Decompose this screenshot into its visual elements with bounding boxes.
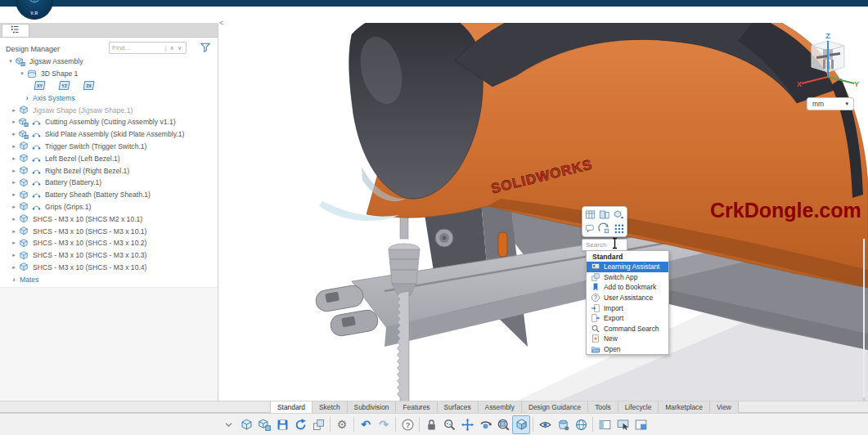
- expanded-arrow-icon[interactable]: ▾: [7, 58, 15, 65]
- sync-button[interactable]: [291, 415, 309, 434]
- compass-logo[interactable]: V.R: [16, 0, 53, 20]
- tree-item-axis-systems[interactable]: ›Axis Systems: [0, 92, 216, 104]
- collapsed-arrow-icon[interactable]: ▸: [10, 107, 18, 114]
- view-cube-button[interactable]: [512, 415, 530, 434]
- part-button[interactable]: [237, 415, 255, 434]
- view-orientation-triad[interactable]: Z X Y: [792, 31, 862, 100]
- filter-funnel-icon[interactable]: [199, 41, 212, 54]
- menu-item-switch-app[interactable]: Switch App: [587, 272, 668, 283]
- tree-item-jigsaw-shape[interactable]: ▸Jigsaw Shape (Jigsaw Shape.1): [0, 104, 216, 116]
- tree-item-mates[interactable]: ›Mates: [0, 273, 216, 285]
- measure-icon[interactable]: [598, 222, 610, 235]
- find-input[interactable]: Find... | ∧ ∨: [109, 42, 187, 54]
- menu-item-export[interactable]: Export: [587, 313, 668, 324]
- pan-button[interactable]: [458, 415, 476, 434]
- tree-item-battery[interactable]: ▸Battery (Battery.1): [0, 177, 216, 189]
- rotate-button[interactable]: [476, 415, 494, 434]
- lock-button[interactable]: [422, 415, 440, 434]
- panel-grid-button[interactable]: [632, 415, 650, 434]
- tab-design-manager[interactable]: [2, 24, 29, 37]
- collapsed-arrow-icon[interactable]: ›: [10, 276, 18, 284]
- tab-assembly[interactable]: Assembly: [479, 401, 522, 413]
- insert-component-icon[interactable]: [613, 209, 625, 221]
- zoom-fit-button[interactable]: [494, 415, 512, 434]
- collapsed-arrow-icon[interactable]: ▸: [10, 131, 18, 137]
- switch-app-button[interactable]: [309, 415, 327, 434]
- tree-item-battery-sheath[interactable]: ▸Battery Sheath (Battery Sheath.1): [0, 189, 216, 201]
- collapsed-arrow-icon[interactable]: ▸: [10, 264, 18, 271]
- insert-table-icon[interactable]: [584, 209, 596, 221]
- tab-subdivision[interactable]: Subdivision: [348, 401, 397, 413]
- menu-item-learning-assistant[interactable]: Learning Assistant: [587, 262, 668, 272]
- collapsed-arrow-icon[interactable]: ▸: [10, 252, 18, 258]
- collapsed-arrow-icon[interactable]: ▸: [10, 119, 18, 125]
- viewport-scrollbar[interactable]: [863, 239, 865, 412]
- collapsed-arrow-icon[interactable]: ▸: [10, 143, 18, 150]
- tab-standard[interactable]: Standard: [270, 401, 313, 413]
- collapsed-arrow-icon[interactable]: ▸: [10, 216, 18, 222]
- help-button[interactable]: ?: [398, 415, 416, 434]
- tree-item-shcs-m3-x-10[interactable]: ▸SHCS - M3 x 10 (SHCS - M3 x 10.4): [0, 262, 216, 274]
- menu-item-add-to-bookmark[interactable]: Add to Bookmark: [587, 282, 668, 293]
- redo-button[interactable]: ↷: [375, 415, 393, 434]
- plane-yz-icon[interactable]: YZ: [57, 80, 71, 91]
- tree-item-trigger-switch[interactable]: ▸Trigger Switch (Trigger Switch.1): [0, 141, 216, 153]
- chevron-down-button[interactable]: [219, 415, 237, 434]
- split-view-icon[interactable]: [598, 209, 610, 221]
- collapsed-arrow-icon[interactable]: ▸: [10, 191, 18, 198]
- panel-pointer-button[interactable]: [614, 415, 632, 434]
- command-search-input[interactable]: Search: [582, 239, 627, 251]
- tree-item-shcs-m3-x-10[interactable]: ▸SHCS - M3 x 10 (SHCS - M3 x 10.2): [0, 237, 216, 249]
- tree-item-right-bezel[interactable]: ▸Right Bezel (Right Bezel.1): [0, 164, 216, 177]
- panel-left-button[interactable]: [596, 415, 614, 434]
- plane-zx-icon[interactable]: ZX: [82, 80, 96, 91]
- tree-item-planes[interactable]: XYYZZX: [0, 80, 216, 92]
- collapsed-arrow-icon[interactable]: ▸: [10, 240, 18, 246]
- collapsed-arrow-icon[interactable]: ▸: [10, 179, 18, 186]
- tab-design-guidance[interactable]: Design Guidance: [522, 401, 588, 413]
- save-button[interactable]: [273, 415, 291, 434]
- collapsed-arrow-icon[interactable]: ▸: [10, 228, 18, 235]
- menu-item-label: User Assistance: [604, 294, 653, 302]
- tree-item-shcs-m3-x-10[interactable]: ▸SHCS - M3 x 10 (SHCS - M3 x 10.1): [0, 225, 216, 237]
- expanded-arrow-icon[interactable]: ▾: [18, 70, 26, 77]
- undo-button[interactable]: ↶: [357, 415, 375, 434]
- tab-sketch[interactable]: Sketch: [313, 401, 348, 413]
- menu-item-import[interactable]: Import: [587, 303, 668, 313]
- eye-button[interactable]: [536, 415, 554, 434]
- tab-features[interactable]: Features: [396, 401, 437, 413]
- tree-item-jigsaw-assembly[interactable]: ▾Jigsaw Assembly: [0, 56, 216, 68]
- tree-item-cutting-assembly[interactable]: ▸Cutting Assembly (Cutting Assembly v1.1…: [0, 116, 216, 128]
- collapsed-arrow-icon[interactable]: ▸: [10, 155, 18, 162]
- assembly-button[interactable]: [255, 415, 273, 434]
- tab-tools[interactable]: Tools: [588, 401, 618, 413]
- tree-item-left-bezel[interactable]: ▸Left Bezel (Left Bezel.1): [0, 152, 216, 164]
- collapsed-arrow-icon[interactable]: ›: [23, 94, 31, 102]
- menu-item-command-search[interactable]: Command Search: [587, 324, 668, 334]
- plane-xy-icon[interactable]: XY: [33, 80, 47, 91]
- collapsed-arrow-icon[interactable]: ▸: [10, 204, 18, 210]
- tab-surfaces[interactable]: Surfaces: [438, 401, 479, 413]
- find-prev-button[interactable]: ∧: [170, 45, 174, 52]
- units-dropdown[interactable]: mm ▾: [807, 97, 854, 110]
- menu-item-open[interactable]: Open: [587, 344, 668, 355]
- tab-view[interactable]: View: [710, 401, 739, 413]
- panel-collapse-handle[interactable]: <: [219, 19, 223, 27]
- annotation-icon[interactable]: [584, 222, 596, 235]
- pattern-icon[interactable]: [613, 222, 625, 235]
- tree-item-shcs-m3-x-10[interactable]: ▸SHCS - M3 x 10 (SHCS - M3 x 10.3): [0, 249, 216, 262]
- find-next-button[interactable]: ∨: [178, 45, 182, 52]
- zoom-button[interactable]: [440, 415, 458, 434]
- section-button[interactable]: [554, 415, 572, 434]
- tree-item-skid-plate-assembly[interactable]: ▸Skid Plate Assembly (Skid Plate Assembl…: [0, 128, 216, 141]
- menu-item-user-assistance[interactable]: ?User Assistance: [587, 293, 668, 303]
- tab-lifecycle[interactable]: Lifecycle: [618, 401, 659, 413]
- tree-item-shcs-m3-x-10[interactable]: ▸SHCS - M3 x 10 (SHCS M2 x 10.1): [0, 213, 216, 225]
- menu-item-new[interactable]: New: [587, 334, 668, 344]
- tree-item-grips[interactable]: ▸Grips (Grips.1): [0, 201, 216, 213]
- globe-button[interactable]: [572, 415, 590, 434]
- tree-item-3d-shape-1[interactable]: ▾3D Shape 1: [0, 68, 216, 80]
- gear-button[interactable]: ⚙: [333, 415, 351, 434]
- collapsed-arrow-icon[interactable]: ▸: [10, 168, 18, 174]
- tab-marketplace[interactable]: Marketplace: [659, 401, 710, 413]
